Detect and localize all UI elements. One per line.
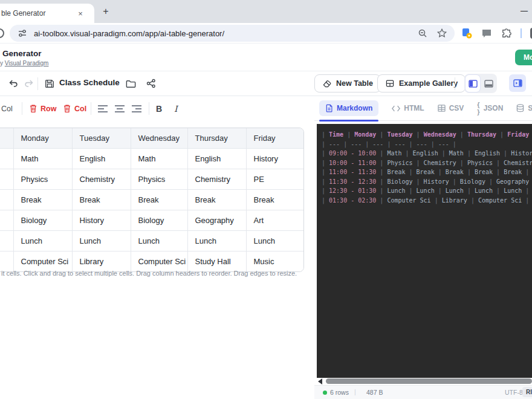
align-right-button[interactable] [131, 96, 142, 121]
add-column-label: Col [1, 105, 13, 113]
column-header[interactable]: Friday [246, 128, 303, 149]
delete-column-button[interactable]: Col [63, 96, 86, 121]
table-cell[interactable]: English [187, 149, 246, 169]
app-header: Generator y Visual Paradigm Mo [0, 44, 532, 71]
table-cell[interactable]: Chemistry [187, 169, 246, 190]
reload-icon[interactable] [0, 28, 4, 38]
time-cell[interactable]: 10:00 - 11:00 [0, 169, 13, 190]
time-cell[interactable]: 12:30 - 01:30 [0, 231, 13, 251]
table-cell[interactable]: Physics [13, 169, 72, 190]
tab-html[interactable]: HTML [392, 104, 424, 112]
table-cell[interactable]: Lunch [131, 231, 187, 251]
table-cell[interactable]: Lunch [13, 231, 72, 251]
table-cell[interactable]: Lunch [246, 231, 303, 251]
table-cell[interactable]: History [72, 210, 131, 231]
delete-row-button[interactable]: Row [29, 96, 56, 121]
share-icon[interactable] [145, 77, 157, 89]
table-cell[interactable]: Break [72, 190, 131, 210]
column-header[interactable]: Tuesday [72, 128, 131, 149]
tab-markdown[interactable]: Markdown [319, 100, 378, 116]
split-horizontal-button[interactable] [481, 75, 496, 92]
table-cell[interactable]: Break [246, 190, 303, 210]
open-folder-icon[interactable] [125, 77, 137, 89]
file-icon [325, 104, 333, 112]
layout-switcher [464, 74, 497, 93]
markdown-code-view[interactable]: | Time | Monday | Tuesday | Wednesday | … [317, 124, 532, 378]
table-cell[interactable]: Geography [187, 210, 246, 231]
align-left-button[interactable] [97, 96, 108, 121]
browser-tab[interactable]: ble Generator × [0, 4, 94, 23]
bookmark-star-icon[interactable] [436, 28, 447, 39]
redo-icon[interactable] [23, 77, 35, 89]
time-cell[interactable]: 01:30 - 02:30 [0, 251, 13, 272]
new-table-button[interactable]: New Table [314, 74, 381, 92]
table-cell[interactable]: English [72, 149, 131, 169]
code-brackets-icon [392, 105, 400, 112]
table-cell[interactable]: Computer Sci [131, 251, 187, 272]
time-cell[interactable]: 09:00 - 10:00 [0, 149, 13, 169]
column-header[interactable]: Monday [13, 128, 72, 149]
table-cell[interactable]: Biology [131, 210, 187, 231]
browser-tab-title: ble Generator [1, 9, 73, 18]
trash-icon [63, 104, 71, 113]
document-title[interactable]: Class Schedule [59, 78, 120, 87]
feedback-icon[interactable] [481, 28, 492, 39]
table-cell[interactable]: Lunch [187, 231, 246, 251]
window-minimize-button[interactable]: — [516, 4, 532, 18]
tab-json[interactable]: { } JSON [477, 101, 503, 115]
more-tools-button[interactable]: Mo [515, 50, 532, 65]
export-panel: Markdown HTML CSV { } JSON [314, 96, 532, 399]
italic-label: I [174, 104, 178, 114]
table-cell[interactable]: Biology [13, 210, 72, 231]
new-tab-button[interactable]: + [99, 5, 112, 19]
table-cell[interactable]: Library [72, 251, 131, 272]
table-cell[interactable]: Chemistry [72, 169, 131, 190]
extension-colored-icon[interactable] [461, 27, 473, 39]
table-cell[interactable]: Art [246, 210, 303, 231]
undo-icon[interactable] [7, 77, 19, 89]
visual-paradigm-link[interactable]: Visual Paradigm [5, 60, 49, 66]
save-icon[interactable] [44, 77, 56, 89]
extensions-puzzle-icon[interactable] [501, 28, 512, 39]
add-column-button[interactable]: Col [1, 96, 13, 121]
table-cell[interactable]: Break [187, 190, 246, 210]
table-cell[interactable]: History [246, 149, 303, 169]
zoom-out-icon[interactable] [417, 28, 428, 39]
example-gallery-button[interactable]: Example Gallery [377, 74, 465, 92]
column-header-time[interactable]: Time [0, 128, 13, 149]
column-header[interactable]: Wednesday [131, 128, 187, 149]
tab-close-icon[interactable]: × [75, 9, 86, 18]
tab-csv-label: CSV [449, 104, 464, 112]
schedule-table: TimeMondayTuesdayWednesdayThursdayFriday… [0, 128, 303, 271]
scroll-left-arrow[interactable] [318, 378, 322, 384]
table-cell[interactable]: Break [131, 190, 187, 210]
table-cell[interactable]: Computer Sci [13, 251, 72, 272]
table-cell[interactable]: Study Hall [187, 251, 246, 272]
toolbar-divider [37, 77, 38, 90]
row-count: 6 rows [330, 389, 349, 396]
table-cell[interactable]: Math [131, 149, 187, 169]
column-header[interactable]: Thursday [187, 128, 246, 149]
time-cell[interactable]: 11:00 - 11:30 [0, 190, 13, 210]
bold-button[interactable]: B [156, 96, 162, 121]
bold-label: B [156, 104, 162, 114]
tab-csv[interactable]: CSV [438, 104, 464, 112]
table-cell[interactable]: Music [246, 251, 303, 272]
italic-button[interactable]: I [174, 96, 178, 121]
split-vertical-button[interactable] [465, 75, 480, 92]
site-settings-icon[interactable] [18, 28, 27, 38]
toggle-right-panel-button[interactable] [509, 74, 526, 92]
scrollbar-thumb[interactable] [326, 378, 532, 384]
code-line: | 09:00 - 10:00 | Math | English | Math … [322, 149, 532, 158]
table-cell[interactable]: Math [13, 149, 72, 169]
toolbar-divider [521, 28, 522, 38]
table-cell[interactable]: Lunch [72, 231, 131, 251]
table-cell[interactable]: Break [13, 190, 72, 210]
tab-sql[interactable]: SQL [516, 104, 532, 112]
time-cell[interactable]: 11:30 - 12:30 [0, 210, 13, 231]
align-center-button[interactable] [114, 96, 125, 121]
table-cell[interactable]: PE [246, 169, 303, 190]
address-bar[interactable]: ai-toolbox.visual-paradigm.com/app/ai-ta… [10, 25, 455, 42]
table-cell[interactable]: Physics [131, 169, 187, 190]
table-row: 11:00 - 11:30BreakBreakBreakBreakBreak [0, 190, 303, 210]
